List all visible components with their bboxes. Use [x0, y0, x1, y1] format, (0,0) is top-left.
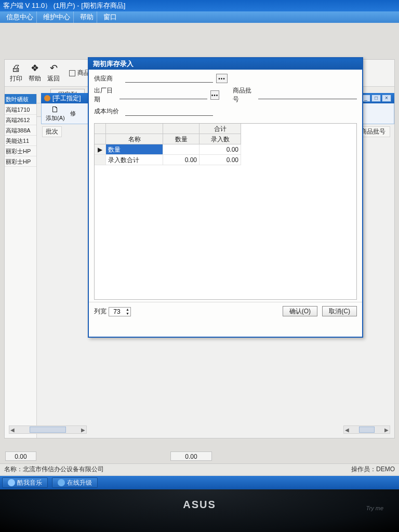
grid-summary-header: 合计	[200, 124, 241, 134]
grid-cell-name[interactable]: 数量	[106, 144, 163, 155]
grid-cell-entered[interactable]: 0.00	[200, 155, 241, 165]
music-icon	[8, 479, 15, 486]
grid-entered-header: 录入数	[200, 134, 241, 144]
print-button[interactable]: 🖨 打印	[10, 63, 22, 83]
product-batch-input[interactable]	[258, 91, 357, 99]
grid-cell-entered[interactable]: 0.00	[200, 144, 241, 155]
grid-cell-qty[interactable]	[163, 144, 200, 155]
bottom-readouts: 0.00 0.00	[0, 450, 399, 462]
checkbox-box-icon[interactable]	[69, 70, 75, 76]
spin-down-icon[interactable]: ▼	[125, 312, 130, 316]
readout-mid: 0.00	[170, 451, 212, 461]
readout-left: 0.00	[5, 451, 36, 461]
taskbar-label: 酷我音乐	[17, 478, 42, 487]
taskbar-label: 在线升级	[67, 478, 92, 487]
factory-date-label: 出厂日期	[94, 86, 116, 104]
list-item[interactable]: 高端388A	[5, 125, 36, 136]
status-right: 操作员：DEMO	[351, 465, 395, 474]
document-icon: 🗋	[50, 105, 60, 114]
taskbar-item-update[interactable]: 在线升级	[52, 477, 98, 488]
dialog-grid[interactable]: 合计 名称 数量 录入数 ▶ 数量 0.00 录入数合计 0.00	[94, 123, 357, 300]
hscrollbar-right[interactable]: ◀ ▶	[343, 425, 390, 434]
initial-stock-dialog: 期初库存录入 供应商 ••• 出厂日期 ••• 商品批号 成本均价	[88, 57, 363, 338]
scroll-right-icon[interactable]: ▶	[384, 427, 389, 433]
menu-window[interactable]: 窗口	[100, 11, 120, 23]
back-label: 返回	[47, 74, 60, 83]
factory-date-input[interactable]	[119, 91, 207, 99]
scroll-thumb[interactable]	[30, 427, 66, 433]
back-button[interactable]: ↶ 返回	[47, 63, 60, 83]
printer-icon: 🖨	[10, 63, 22, 73]
hscrollbar-left[interactable]: ◀ ▶	[9, 425, 87, 434]
product-list-header[interactable]: 数叶硒鼓	[5, 94, 36, 104]
orange-bullet-icon	[44, 95, 50, 101]
monitor-brand: ASUS	[183, 499, 216, 511]
row-pointer-icon: ▶	[95, 144, 106, 155]
add-label: 添加(A)	[46, 114, 65, 122]
back-icon: ↶	[47, 63, 60, 73]
menu-info[interactable]: 信息中心	[3, 11, 37, 23]
scroll-thumb[interactable]	[359, 427, 375, 433]
list-item[interactable]: 高端1710	[5, 104, 36, 115]
maximize-icon[interactable]: □	[371, 95, 381, 102]
list-item[interactable]: 丽彩士HP	[5, 146, 36, 156]
grid-qty-header: 数量	[163, 134, 200, 144]
dialog-form: 供应商 ••• 出厂日期 ••• 商品批号 成本均价	[89, 70, 362, 121]
taskbar-item-music[interactable]: 酷我音乐	[2, 477, 48, 488]
close-icon[interactable]: ×	[382, 95, 391, 102]
menu-bar[interactable]: 信息中心 维护中心 帮助 窗口	[0, 11, 399, 23]
supplier-lookup-button[interactable]: •••	[216, 74, 228, 83]
status-left: 名称：北流市伟信办公设备有限公司	[4, 465, 104, 474]
list-item[interactable]: 美能达11	[5, 136, 36, 146]
spin-up-icon[interactable]: ▲	[125, 308, 130, 312]
table-row[interactable]: 录入数合计 0.00 0.00	[95, 155, 356, 165]
grid-cell-name[interactable]: 录入数合计	[106, 155, 163, 165]
table-row[interactable]: ▶ 数量 0.00	[95, 144, 356, 155]
avg-cost-input[interactable]	[125, 108, 213, 116]
grid-name-header: 名称	[106, 134, 163, 144]
monitor-bezel: ASUS Try me	[0, 489, 399, 532]
dialog-footer: 列宽 ▲ ▼ 确认(O) 取消(C)	[89, 302, 362, 321]
batch-header: 批次	[42, 126, 62, 137]
taskbar[interactable]: 酷我音乐 在线升级	[0, 476, 399, 489]
add-button[interactable]: 🗋 添加(A)	[46, 105, 65, 122]
menu-maint[interactable]: 维护中心	[40, 11, 74, 23]
menu-help[interactable]: 帮助	[77, 11, 97, 23]
list-item[interactable]: 丽彩士HP	[5, 156, 36, 167]
dialog-title: 期初库存录入	[89, 58, 362, 70]
product-list[interactable]: 数叶硒鼓 高端1710 高端2612 高端388A 美能达11 丽彩士HP 丽彩…	[5, 94, 37, 438]
list-item[interactable]: 高端2612	[5, 115, 36, 125]
colwidth-spinner[interactable]: ▲ ▼	[109, 307, 131, 316]
status-bar: 名称：北流市伟信办公设备有限公司 操作员：DEMO	[0, 463, 399, 475]
cancel-button[interactable]: 取消(C)	[322, 306, 357, 316]
colwidth-label: 列宽	[94, 307, 107, 316]
help-icon: ❖	[29, 63, 41, 73]
colwidth-input[interactable]	[109, 308, 125, 315]
ok-button[interactable]: 确认(O)	[283, 306, 317, 316]
app-title: 客户端 V 11.0） (1用户) - [期初库存商品]	[0, 0, 399, 11]
help-button[interactable]: ❖ 帮助	[29, 63, 41, 83]
factory-date-lookup-button[interactable]: •••	[210, 90, 220, 100]
product-batch-label: 商品批号	[233, 86, 255, 104]
grid-cell-qty[interactable]: 0.00	[163, 155, 200, 165]
supplier-input[interactable]	[125, 74, 213, 83]
scroll-left-icon[interactable]: ◀	[10, 427, 15, 433]
help-label: 帮助	[29, 74, 41, 83]
manual-assign-title: [手工指定]	[52, 93, 81, 103]
update-icon	[58, 479, 65, 486]
scroll-right-icon[interactable]: ▶	[81, 427, 85, 433]
supplier-label: 供应商	[94, 74, 122, 83]
print-label: 打印	[10, 74, 22, 83]
edit-label: 修	[70, 110, 76, 117]
edit-button[interactable]: 修	[70, 110, 76, 117]
monitor-menu-hint: Try me	[366, 505, 383, 511]
scroll-left-icon[interactable]: ◀	[345, 427, 349, 433]
avg-cost-label: 成本均价	[94, 107, 122, 116]
